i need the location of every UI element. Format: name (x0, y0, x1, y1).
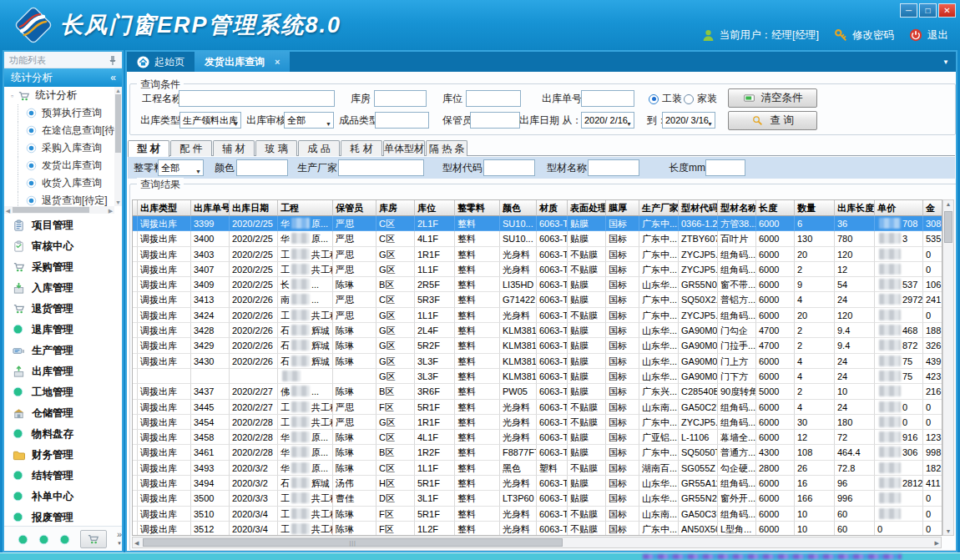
order-no-input[interactable] (581, 90, 634, 107)
outbound-type-select[interactable]: 生产领料出库▼ (179, 112, 241, 129)
sidebar-module-生产管理[interactable]: 生产管理 (4, 341, 122, 361)
scroll-left-icon[interactable]: ◀ (4, 207, 12, 214)
column-header-出库类型[interactable]: 出库类型 (138, 200, 191, 216)
location-input[interactable] (466, 90, 521, 107)
table-row[interactable]: 调拨出库34942020/3/2石辉城汤伟H区5R1F整料光身料6063-T5贴… (133, 476, 942, 491)
profile-code-input[interactable] (483, 159, 535, 176)
column-header-金[interactable]: 金 (923, 200, 942, 216)
maximize-button[interactable]: □ (919, 3, 937, 18)
radio-home[interactable]: 家装 (684, 90, 717, 108)
tab-home[interactable]: 起始页 (127, 52, 195, 72)
sidebar-module-物料盘存[interactable]: 物料盘存 (4, 424, 122, 445)
sidebar-module-结转管理[interactable]: 结转管理 (4, 466, 122, 487)
warehouse-input[interactable] (374, 90, 427, 107)
sidebar-module-退货管理[interactable]: 退货管理 (4, 299, 122, 320)
search-button[interactable]: 查 询 (728, 111, 817, 130)
scroll-right-icon[interactable]: ▶ (935, 540, 939, 547)
table-row[interactable]: G区3L3F整料KLM38176063-T5贴膜国标山东华...GA90M09.… (133, 369, 942, 384)
column-header-颜色[interactable]: 颜色 (500, 200, 537, 216)
sidebar-module-退库管理[interactable]: 退库管理 (4, 320, 122, 341)
sidebar-module-报废管理[interactable]: 报废管理 (4, 507, 122, 526)
material-tab-单体型材[interactable]: 单体型材 (383, 140, 425, 156)
sidebar-module-财务管理[interactable]: 财务管理 (4, 445, 122, 466)
radio-industrial[interactable]: 工装 (649, 90, 682, 108)
material-tab-型材[interactable]: 型 材 (128, 140, 169, 157)
date-from-picker[interactable]: 2020/ 2/16▼ (581, 112, 634, 129)
tree-item-预算执行查询[interactable]: 预算执行查询 (4, 104, 122, 122)
color-input[interactable] (236, 159, 288, 176)
table-row[interactable]: 调拨出库34132020/2/26南...严思C区5R3F整料G71422606… (133, 292, 942, 307)
material-tab-隔热条[interactable]: 隔 热 条 (426, 140, 467, 156)
sidebar-module-入库管理[interactable]: 入库管理 (4, 278, 122, 299)
column-header-材质[interactable]: 材质 (537, 200, 568, 216)
tree-item-在途信息查询[待[interactable]: 在途信息查询[待 (4, 122, 122, 139)
material-tab-配件[interactable]: 配 件 (170, 140, 212, 156)
material-tab-玻璃[interactable]: 玻 璃 (255, 140, 297, 156)
table-row[interactable]: 调拨出库34242020/2/26工共工程严思G区1L1F整料光身料6063-T… (133, 308, 942, 323)
scroll-thumb[interactable] (944, 211, 952, 243)
clear-conditions-button[interactable]: 清空条件 (728, 88, 817, 108)
tab-outbound-query[interactable]: 发货出库查询 × (195, 52, 290, 72)
table-row[interactable]: 调拨出库34032020/2/25工共工程严思G区1R1F整料光身料6063-T… (133, 247, 942, 262)
table-row[interactable]: 调拨出库35102020/3/4工共工程陈琳F区5R1F整料光身料6063-T5… (133, 507, 942, 522)
column-header-数量[interactable]: 数量 (795, 200, 835, 216)
sidebar-module-出库管理[interactable]: 出库管理 (4, 361, 122, 382)
table-row[interactable]: 调拨出库35002020/3/3工共工程曹佳D区3L1F整料LT3P606063… (133, 491, 942, 506)
grid-horizontal-scrollbar[interactable]: ◀ ||| ▶ (132, 537, 942, 548)
column-header-出库日期[interactable]: 出库日期 (230, 200, 278, 216)
profile-name-input[interactable] (588, 159, 639, 176)
audit-select[interactable]: 全部▼ (284, 112, 334, 129)
tree-item-收货入库查询[interactable]: 收货入库查询 (4, 174, 122, 192)
column-header-生产厂家[interactable]: 生产厂家 (639, 200, 679, 216)
table-row[interactable]: 调拨出库34072020/2/25工共工程严思G区1L1F整料光身料6063-T… (133, 262, 942, 277)
column-header-库位[interactable]: 库位 (415, 200, 455, 216)
change-password-button[interactable]: 修改密码 (834, 28, 894, 43)
whole-piece-select[interactable]: 全部▼ (158, 159, 204, 176)
table-row[interactable]: 调拨出库34292020/2/26石辉城陈琳G区5R2F整料KLM3817606… (133, 338, 942, 353)
more-modules-chevron[interactable]: »▾ (117, 531, 122, 547)
material-tab-成品[interactable]: 成 品 (298, 140, 340, 156)
column-header-型材名称[interactable]: 型材名称 (718, 200, 756, 216)
sidebar-module-审核中心[interactable]: 审核中心 (4, 236, 122, 257)
table-row[interactable]: 调拨出库34372020/2/27佛...陈琳B区3R6F整料PW056063-… (133, 384, 942, 399)
dot-icon[interactable] (18, 533, 28, 544)
close-button[interactable]: ✕ (938, 3, 956, 18)
table-row[interactable]: 调拨出库35122020/3/4工共工程陈琳F区1L2F整料光身料6063-T5… (133, 522, 942, 536)
material-tab-耗材[interactable]: 耗 材 (341, 140, 382, 156)
tree-item-采购入库查询[interactable]: 采购入库查询 (4, 139, 122, 157)
table-row[interactable]: 调拨出库34612020/2/28华原...陈琳B区1R2F整料F8877FT6… (133, 445, 942, 460)
minimize-button[interactable]: ─ (900, 3, 917, 18)
table-row[interactable]: 调拨出库34582020/2/28华原...陈琳C区4L1F整料光身料6063-… (133, 430, 942, 445)
scroll-left-icon[interactable]: ◀ (134, 540, 139, 547)
dot-icon[interactable] (38, 533, 49, 544)
close-tab-icon[interactable]: × (275, 57, 280, 67)
collapse-icon[interactable]: « (110, 68, 116, 87)
table-row[interactable]: 调拨出库34282020/2/26石辉城陈琳G区2L4F整料KLM3817606… (133, 323, 942, 338)
project-name-input[interactable] (179, 90, 335, 107)
sidebar-module-补单中心[interactable]: 补单中心 (4, 487, 122, 507)
table-row[interactable]: 调拨出库33992020/2/25华原...严思C区2L1F整料SU10...6… (133, 216, 942, 231)
sidebar-module-工地管理[interactable]: 工地管理 (4, 382, 122, 403)
column-header-库房[interactable]: 库房 (376, 200, 415, 216)
scroll-up-icon[interactable]: ▲ (943, 201, 953, 207)
table-row[interactable]: 调拨出库34092020/2/25长...陈琳B区2R5F整料LI35HD606… (133, 277, 942, 292)
scroll-thumb[interactable]: ||| (143, 538, 563, 547)
scroll-down-icon[interactable]: ▼ (943, 528, 953, 534)
sidebar-module-仓储管理[interactable]: 仓储管理 (4, 403, 122, 424)
tree-expander-icon[interactable]: ▫ (11, 92, 13, 100)
radio-selected-icon[interactable] (649, 94, 659, 104)
column-header-表面处理[interactable]: 表面处理 (568, 200, 606, 216)
scroll-up-icon[interactable]: ▲ (114, 87, 122, 94)
keeper-input[interactable] (470, 112, 520, 129)
column-header-整零料[interactable]: 整零料 (455, 200, 500, 216)
logout-button[interactable]: 退出 (909, 28, 948, 43)
table-row[interactable]: 调拨出库34452020/2/27工共工程严思F区5R1F整料光身料6063-T… (133, 400, 942, 415)
tree-item-发货出库查询[interactable]: 发货出库查询 (4, 157, 122, 174)
tree-horizontal-scrollbar[interactable]: ◀ ▶ (4, 206, 114, 214)
tab-list-chevron-icon[interactable]: ▼ (942, 58, 949, 66)
pin-icon[interactable] (108, 54, 118, 65)
table-row[interactable]: 调拨出库34002020/2/25华原...严思C区4L1F整料SU10...6… (133, 231, 942, 246)
scroll-down-icon[interactable]: ▼ (114, 199, 122, 206)
grid-vertical-scrollbar[interactable]: ▲ ▼ (942, 199, 954, 536)
scroll-thumb[interactable] (13, 207, 89, 213)
